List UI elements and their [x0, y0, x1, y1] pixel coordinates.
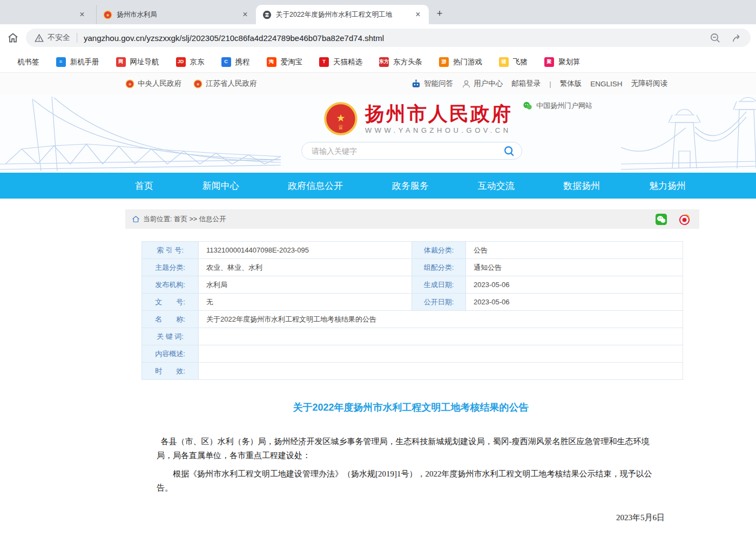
bookmark-item[interactable]: 网 网址导航: [116, 57, 159, 67]
info-value: 2023-05-06: [466, 276, 683, 294]
info-row: 时 效:: [142, 363, 683, 380]
not-secure-warning-icon[interactable]: [35, 33, 44, 43]
info-value: 无: [199, 294, 412, 311]
english-version-link[interactable]: ENGLISH: [590, 80, 622, 88]
info-value: 公告: [466, 242, 683, 259]
info-label: 体裁分类:: [412, 242, 466, 259]
info-label: 内容概述:: [142, 345, 199, 363]
national-emblem-icon: ★: [125, 79, 134, 88]
bookmark-label: 新机手册: [70, 57, 99, 67]
info-value: 水利局: [199, 276, 412, 294]
bookmark-item[interactable]: 猪 飞猪: [499, 57, 528, 67]
weibo-share-icon[interactable]: [678, 213, 691, 226]
bookmark-favicon-icon: 东方: [379, 57, 389, 67]
site-domain: WWW.YANGZHOU.GOV.CN: [365, 126, 512, 134]
close-icon[interactable]: ×: [76, 8, 89, 21]
tab-active-announcement[interactable]: 关于2022年度扬州市水利工程文明工地 ×: [256, 5, 429, 24]
svg-text:★: ★: [336, 112, 346, 124]
breadcrumb[interactable]: 当前位置: 首页 >> 信息公开: [143, 215, 226, 224]
divider: |: [549, 80, 551, 88]
tab-strip: × ★ 扬州市水利局 × 关于2022年度扬州市水利工程文明工地 × +: [0, 0, 756, 24]
bookmark-favicon-icon: 淘: [267, 57, 276, 67]
info-row: 索 引 号: 11321000014407098E-2023-095 体裁分类:…: [142, 242, 683, 259]
bookmark-label: 网址导航: [130, 57, 159, 67]
info-label: 发布机构:: [142, 276, 199, 294]
user-center-link[interactable]: 用户中心: [462, 79, 503, 88]
info-row: 主题分类: 农业、林业、水利 组配分类: 通知公告: [142, 259, 683, 276]
info-value: 通知公告: [466, 259, 683, 276]
nav-item[interactable]: 政府信息公开: [288, 180, 343, 192]
bookmark-item[interactable]: 淘 爱淘宝: [267, 57, 303, 67]
info-value: 11321000014407098E-2023-095: [199, 242, 412, 259]
close-icon[interactable]: ×: [239, 8, 252, 21]
gov-link[interactable]: ★ 中央人民政府: [125, 79, 181, 88]
url-text[interactable]: yangzhou.gov.cn/yzszxxgk/slj/202305/210c…: [84, 33, 699, 43]
site-title: 扬州市人民政府: [365, 103, 512, 125]
traditional-version-link[interactable]: 繁体版: [560, 79, 582, 88]
bookmark-item[interactable]: 东方 东方头条: [379, 57, 422, 67]
bookmark-item[interactable]: 游 热门游戏: [439, 57, 482, 67]
gov-utility-bar: ★ 中央人民政府 ★ 江苏省人民政府 智能问答 用户中心: [0, 73, 756, 94]
info-label: 生成日期:: [412, 276, 466, 294]
national-emblem-icon: ★♕: [324, 102, 357, 135]
gov-link-label: 江苏省人民政府: [206, 79, 257, 88]
bookmark-favicon-icon: T: [319, 57, 329, 67]
site-logo[interactable]: ★♕ 扬州市人民政府 WWW.YANGZHOU.GOV.CN: [324, 102, 512, 135]
national-emblem-icon: ★: [103, 10, 112, 19]
svg-text:♕: ♕: [338, 124, 343, 131]
bookmark-item[interactable]: 机书签: [3, 57, 39, 67]
nav-item[interactable]: 魅力扬州: [649, 180, 686, 192]
gov-link[interactable]: ★ 江苏省人民政府: [193, 79, 257, 88]
bookmark-item[interactable]: ≡ 新机手册: [56, 57, 99, 67]
mail-login-link[interactable]: 邮箱登录: [511, 79, 541, 88]
article-paragraph: 根据《扬州市水利工程文明工地建设管理办法》（扬水规[2019]1号），2022年…: [157, 467, 665, 495]
bookmark-label: 聚划算: [558, 57, 580, 67]
robot-icon: [411, 79, 421, 89]
svg-text:★: ★: [128, 81, 132, 86]
svg-text:★: ★: [196, 81, 200, 86]
tab-partial[interactable]: ×: [76, 5, 96, 24]
nav-item[interactable]: 互动交流: [478, 180, 515, 192]
nav-item[interactable]: 政务服务: [392, 180, 429, 192]
smart-qa-link[interactable]: 智能问答: [411, 79, 453, 89]
wechat-share-icon[interactable]: [655, 213, 667, 226]
site-favicon-icon: [262, 10, 272, 19]
nav-item[interactable]: 新闻中心: [202, 180, 239, 192]
bookmark-item[interactable]: C 携程: [221, 57, 250, 67]
main-nav: 首页 新闻中心 政府信息公开 政务服务 互动交流 数据扬州 魅力扬州: [0, 173, 756, 199]
info-row: 关 键 词:: [142, 328, 683, 345]
tab-title: 关于2022年度扬州市水利工程文明工地: [276, 10, 407, 19]
security-label[interactable]: 不安全: [48, 33, 70, 43]
nav-item[interactable]: 数据扬州: [563, 180, 600, 192]
info-value: 农业、林业、水利: [199, 259, 412, 276]
article-date: 2023年5月6日: [157, 513, 665, 523]
home-icon[interactable]: [132, 215, 140, 223]
svg-text:★: ★: [106, 12, 110, 17]
browser-window: × ★ 扬州市水利局 × 关于2022年度扬州市水利工程文明工地 × + 不安全: [0, 0, 756, 538]
search-icon[interactable]: [503, 145, 515, 157]
search-box[interactable]: [301, 142, 522, 160]
bookmark-label: 机书签: [17, 57, 39, 67]
tab-shuiliju[interactable]: ★ 扬州市水利局 ×: [96, 5, 256, 24]
gov-links: ★ 中央人民政府 ★ 江苏省人民政府: [125, 79, 257, 88]
home-icon[interactable]: [6, 31, 19, 44]
article-paragraph: 各县（市、区）水利（务）局，扬州经济开发区城乡事务管理局，生态科技新城规划建设局…: [157, 434, 665, 462]
bookmark-item[interactable]: 聚 聚划算: [544, 57, 580, 67]
portal-label: 中国扬州门户网站: [536, 101, 592, 111]
share-icon[interactable]: [732, 32, 743, 44]
bookmark-favicon-icon: [3, 57, 13, 67]
url-field[interactable]: 不安全 yangzhou.gov.cn/yzszxxgk/slj/202305/…: [26, 29, 751, 47]
zoom-out-icon[interactable]: [710, 32, 721, 44]
new-tab-button[interactable]: +: [432, 6, 447, 21]
portal-tag[interactable]: 中国扬州门户网站: [523, 101, 592, 111]
accessibility-link[interactable]: 无障碍阅读: [631, 79, 668, 88]
close-icon[interactable]: ×: [411, 8, 424, 21]
gov-link-label: 中央人民政府: [138, 79, 181, 88]
bookmark-label: 天猫精选: [333, 57, 362, 67]
info-value: 关于2022年度扬州市水利工程文明工地考核结果的公告: [199, 311, 683, 328]
bookmark-item[interactable]: T 天猫精选: [319, 57, 362, 67]
bookmark-item[interactable]: JD 京东: [176, 57, 205, 67]
info-label: 名 称:: [142, 311, 199, 328]
search-input[interactable]: [312, 147, 503, 155]
nav-item[interactable]: 首页: [135, 180, 153, 192]
